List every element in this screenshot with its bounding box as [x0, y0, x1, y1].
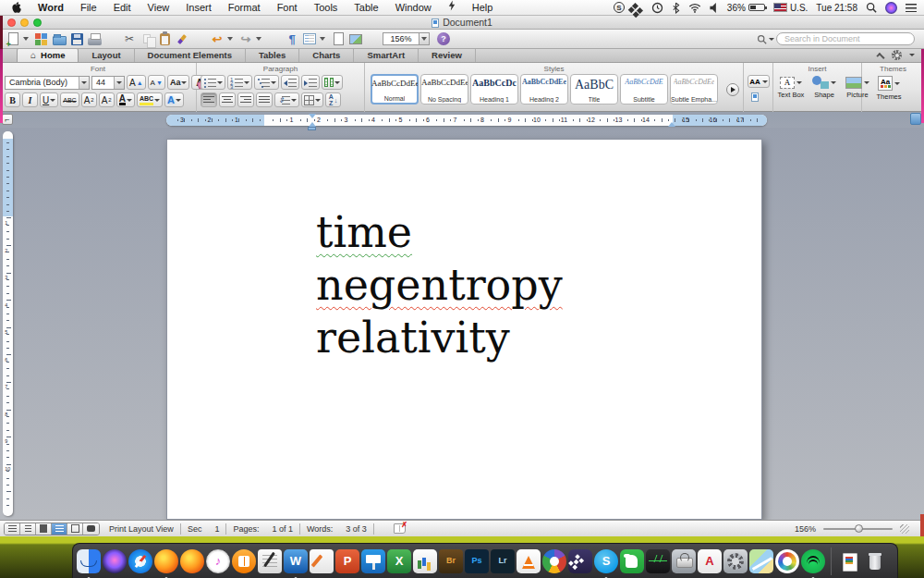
vertical-ruler[interactable]: 12345678910 [3, 131, 13, 516]
numbering-button[interactable]: 123 [227, 75, 252, 90]
underline-button[interactable]: U [40, 92, 58, 107]
dock-firefox-icon[interactable] [154, 549, 178, 573]
style-chip-subtitle[interactable]: AaBbCcDdESubtitle [620, 74, 668, 105]
insert-textbox-button[interactable]: A Text Box [775, 77, 807, 99]
sort-button[interactable]: AZ↓ [325, 92, 341, 107]
increase-indent-button[interactable] [301, 75, 320, 90]
italic-button[interactable]: I [22, 92, 38, 107]
document-map-button[interactable] [330, 31, 346, 47]
resize-grip[interactable] [900, 524, 909, 534]
dock-downloads-stack-icon[interactable] [837, 549, 861, 573]
tab-tables[interactable]: Tables [246, 48, 299, 62]
media-browser-button[interactable] [347, 31, 364, 47]
bolt-menu-icon[interactable] [440, 0, 464, 16]
zoom-slider[interactable] [823, 528, 893, 530]
justify-button[interactable] [256, 92, 273, 107]
tab-review[interactable]: Review [419, 48, 476, 62]
dock-trash-icon[interactable] [863, 549, 887, 573]
dock-picasa-icon[interactable] [542, 549, 566, 573]
search-scope-icon[interactable] [757, 34, 767, 44]
print-layout-view-button[interactable] [52, 523, 67, 535]
tab-layout[interactable]: Layout [79, 48, 134, 62]
right-indent-marker[interactable] [668, 122, 675, 127]
dock-firefox-2-icon[interactable] [180, 549, 204, 573]
dock-vlc-icon[interactable] [517, 549, 541, 573]
document-text[interactable]: timenegentropyrelativity [316, 206, 563, 364]
input-source[interactable]: U.S. [773, 3, 808, 13]
open-button[interactable] [51, 31, 67, 47]
zoom-dropdown[interactable] [419, 32, 430, 45]
menu-item-file[interactable]: File [72, 0, 105, 16]
menu-item-insert[interactable]: Insert [177, 0, 220, 16]
change-styles-button[interactable]: AA [748, 75, 770, 88]
first-line-indent-marker[interactable] [309, 114, 316, 118]
zoom-slider-thumb[interactable] [855, 524, 863, 533]
columns-button[interactable] [322, 75, 343, 90]
align-right-button[interactable] [237, 92, 254, 107]
search-input[interactable] [776, 32, 915, 45]
grow-font-button[interactable]: A▲ [127, 75, 146, 90]
dropbox-menu-icon[interactable] [633, 6, 643, 8]
menu-item-format[interactable]: Format [220, 0, 269, 16]
shrink-font-button[interactable]: A▼ [148, 75, 165, 90]
strikethrough-button[interactable]: ABC [60, 92, 79, 107]
dock-maps-icon[interactable] [749, 549, 773, 573]
style-chip-no-spacing[interactable]: AaBbCcDdEeNo Spacing [420, 74, 468, 105]
spell-check-status-icon[interactable] [394, 523, 406, 534]
borders-button[interactable] [301, 92, 323, 107]
dock-spotify-icon[interactable] [801, 549, 825, 573]
paste-button[interactable] [156, 31, 173, 47]
time-machine-icon[interactable] [651, 2, 663, 14]
dock-dropbox-icon[interactable] [568, 549, 592, 573]
dock-disk-utility-icon[interactable] [672, 549, 696, 573]
dock-pages-icon[interactable] [310, 549, 334, 573]
dock-siri-icon[interactable] [103, 549, 127, 573]
cut-button[interactable]: ✂ [121, 31, 138, 47]
menu-item-font[interactable]: Font [269, 0, 306, 16]
fullscreen-view-button[interactable] [83, 523, 99, 535]
line-spacing-button[interactable]: ⇕ [274, 92, 299, 107]
subscript-button[interactable]: A2 [99, 92, 115, 107]
horizontal-ruler[interactable]: 3211234567891011121314151617 [166, 115, 767, 126]
dock-lightroom-icon[interactable]: Lr [491, 549, 515, 573]
menu-item-word[interactable]: Word [30, 0, 72, 16]
search-scope-dropdown[interactable] [769, 38, 774, 41]
menu-item-table[interactable]: Table [346, 0, 386, 16]
document-page[interactable]: timenegentropyrelativity [166, 139, 762, 520]
ribbon-settings-gear[interactable] [892, 50, 902, 60]
outline-view-button[interactable] [20, 523, 36, 535]
menu-item-edit[interactable]: Edit [105, 0, 140, 16]
siri-icon[interactable] [885, 2, 897, 14]
menu-item-help[interactable]: Help [464, 0, 502, 16]
dock-system-preferences-icon[interactable] [723, 549, 748, 573]
format-painter-button[interactable] [174, 31, 190, 47]
tab-stop-selector[interactable]: ⌐ [2, 114, 13, 125]
tab-document-elements[interactable]: Document Elements [135, 48, 246, 62]
volume-icon[interactable] [710, 3, 719, 13]
font-size-combo[interactable]: 44 [91, 76, 125, 90]
highlight-button[interactable]: ABC [137, 92, 163, 107]
redo-dropdown[interactable] [256, 37, 261, 41]
style-chip-subtle-empha-[interactable]: AaBbCcDdEeSubtle Empha... [670, 74, 718, 105]
dock-numbers-chart-icon[interactable] [413, 549, 437, 573]
ribbon-settings-dropdown[interactable] [909, 54, 915, 56]
hanging-indent-marker[interactable] [308, 127, 316, 130]
copy-button[interactable] [139, 31, 155, 47]
manage-styles-button[interactable] [751, 92, 759, 102]
new-document-button[interactable] [5, 31, 21, 47]
dock-photos-icon[interactable] [775, 549, 799, 573]
align-left-button[interactable] [201, 92, 217, 107]
spotlight-icon[interactable] [866, 2, 877, 13]
menu-item-view[interactable]: View [140, 0, 178, 16]
bold-button[interactable]: B [5, 92, 20, 107]
bluetooth-icon[interactable] [672, 2, 680, 14]
words-label[interactable]: Words: [307, 524, 333, 534]
dock-evernote-icon[interactable] [620, 549, 644, 573]
bullets-button[interactable] [201, 75, 225, 90]
style-chip-title[interactable]: AaBbCTitle [570, 74, 618, 105]
battery-indicator[interactable]: 36% [727, 3, 765, 13]
dock-safari-icon[interactable] [128, 549, 152, 573]
notebook-view-button[interactable] [67, 523, 83, 535]
dock-activity-monitor-icon[interactable] [646, 549, 670, 573]
dock-finder-icon[interactable] [77, 549, 101, 573]
